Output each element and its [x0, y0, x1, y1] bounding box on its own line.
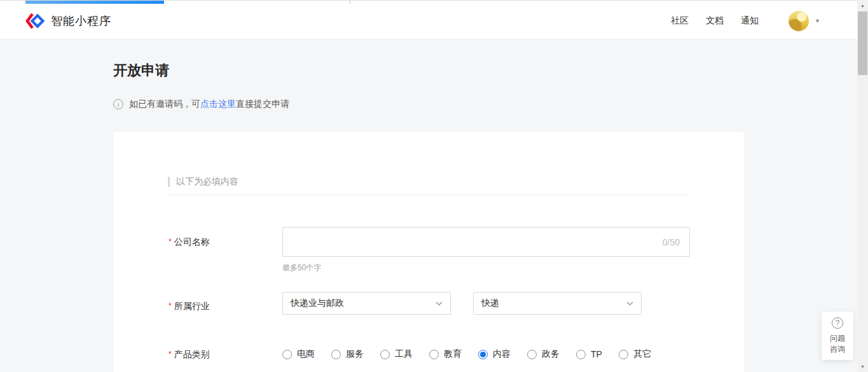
help-label-line1: 问题	[830, 333, 845, 344]
radio-option-label: 其它	[633, 348, 651, 360]
radio-icon	[478, 350, 488, 359]
section-title: 以下为必填内容	[176, 176, 238, 188]
top-header: 智能小程序 社区 文档 通知 ▼	[0, 3, 857, 39]
radio-option-label: 工具	[395, 348, 413, 360]
notice-text-suffix: 直接提交申请	[236, 99, 289, 110]
company-name-helper: 最多50个字	[282, 263, 321, 273]
radio-option-tp[interactable]: TP	[576, 349, 602, 359]
user-avatar[interactable]	[789, 11, 809, 31]
nav-link-notifications[interactable]: 通知	[741, 15, 759, 27]
help-consult-button[interactable]: ? 问题 咨询	[822, 312, 853, 360]
application-form-card: 以下为必填内容 *公司名称 0/50 最多50个字 *所属行业 快递业与邮政 快…	[113, 132, 744, 372]
required-asterisk: *	[169, 237, 172, 246]
user-menu[interactable]: ▼	[789, 11, 820, 31]
brand-logo[interactable]: 智能小程序	[25, 13, 111, 29]
company-name-label-text: 公司名称	[174, 237, 210, 247]
tab-divider	[350, 1, 350, 4]
nav-link-docs[interactable]: 文档	[706, 15, 724, 27]
radio-icon	[619, 350, 628, 359]
category-label-text: 产品类别	[174, 349, 210, 359]
radio-icon	[429, 350, 439, 359]
radio-option-service[interactable]: 服务	[331, 348, 364, 360]
industry-secondary-value: 快递	[481, 298, 626, 309]
header-nav: 社区 文档 通知 ▼	[671, 3, 820, 39]
radio-option-government[interactable]: 政务	[527, 348, 560, 360]
invite-code-notice: i 如已有邀请码，可点击这里直接提交申请	[113, 99, 289, 110]
section-divider	[168, 195, 689, 195]
info-icon: i	[113, 99, 123, 109]
main-content: 开放申请 i 如已有邀请码，可点击这里直接提交申请 以下为必填内容 *公司名称 …	[0, 39, 857, 372]
radio-option-label: 电商	[297, 348, 315, 360]
industry-primary-value: 快递业与邮政	[291, 298, 436, 309]
chevron-down-icon: ▼	[815, 18, 820, 24]
radio-option-label: 服务	[346, 348, 364, 360]
click-here-link[interactable]: 点击这里	[200, 99, 236, 110]
radio-option-label: 政务	[542, 348, 560, 360]
smart-miniprogram-logo-icon	[25, 13, 45, 29]
notice-text-prefix: 如已有邀请码，可	[129, 99, 200, 110]
radio-option-content[interactable]: 内容	[478, 348, 511, 360]
radio-option-education[interactable]: 教育	[429, 348, 462, 360]
radio-icon	[380, 350, 390, 359]
radio-option-label: 教育	[444, 348, 462, 360]
company-name-label: *公司名称	[169, 237, 210, 248]
radio-icon	[282, 350, 292, 359]
nav-link-community[interactable]: 社区	[671, 15, 689, 27]
radio-option-other[interactable]: 其它	[619, 348, 651, 360]
vertical-scrollbar[interactable]: ▲ ▼	[857, 0, 868, 372]
question-mark-icon: ?	[832, 317, 843, 329]
required-asterisk: *	[169, 350, 172, 359]
chevron-down-icon	[436, 301, 443, 306]
category-label: *产品类别	[169, 349, 210, 361]
help-label-line2: 咨询	[830, 344, 845, 355]
industry-primary-select[interactable]: 快递业与邮政	[282, 292, 451, 315]
company-name-input[interactable]	[282, 227, 690, 257]
browser-tab-strip	[0, 0, 868, 3]
radio-option-label: 内容	[493, 348, 511, 360]
industry-label-text: 所属行业	[174, 301, 210, 311]
required-section-header: 以下为必填内容	[168, 176, 238, 188]
industry-secondary-select[interactable]: 快递	[473, 292, 642, 315]
radio-option-label: TP	[591, 349, 602, 359]
page-loading-progress-bar	[25, 1, 164, 4]
scrollbar-down-arrow-icon[interactable]: ▼	[857, 361, 868, 372]
scrollbar-up-arrow-icon[interactable]: ▲	[857, 0, 868, 11]
scrollbar-thumb[interactable]	[858, 11, 867, 75]
page-title: 开放申请	[113, 61, 169, 80]
radio-icon	[331, 350, 341, 359]
radio-option-ecommerce[interactable]: 电商	[282, 348, 315, 360]
radio-icon	[527, 350, 537, 359]
industry-label: *所属行业	[169, 301, 210, 312]
required-asterisk: *	[169, 301, 172, 310]
chevron-down-icon	[626, 301, 633, 306]
radio-option-tools[interactable]: 工具	[380, 348, 413, 360]
company-name-input-wrap: 0/50	[282, 227, 690, 257]
radio-icon	[576, 350, 586, 359]
brand-name: 智能小程序	[51, 13, 111, 29]
section-accent-bar	[168, 177, 170, 187]
category-radio-group: 电商 服务 工具 教育 内容 政务	[282, 348, 651, 360]
